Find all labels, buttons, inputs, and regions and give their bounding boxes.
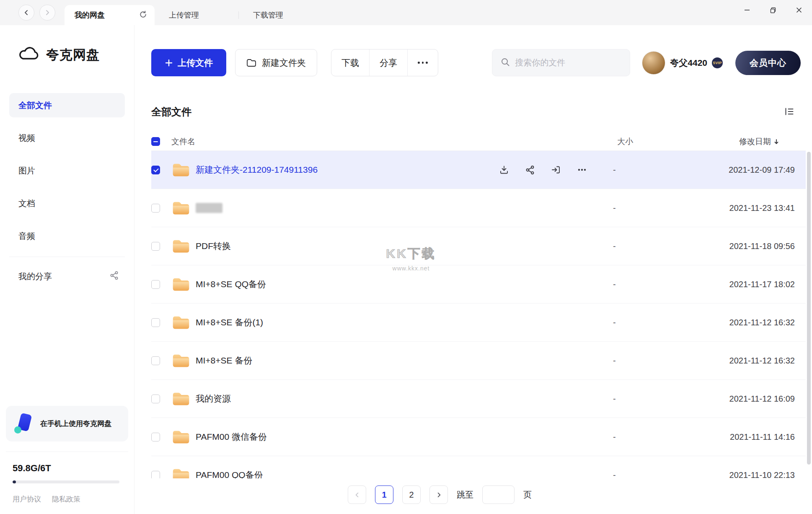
- download-button[interactable]: 下载: [331, 49, 369, 76]
- page-2-button[interactable]: 2: [402, 485, 421, 504]
- file-name[interactable]: PDF转换: [196, 240, 231, 252]
- tab-upload-manager[interactable]: 上传管理: [155, 5, 238, 25]
- folder-icon: [171, 428, 196, 445]
- column-modified[interactable]: 修改日期: [712, 136, 806, 147]
- table-header: 文件名 大小 修改日期: [151, 132, 806, 151]
- file-name[interactable]: MI+8+SE QQ备份: [196, 278, 266, 290]
- folder-icon: [171, 390, 196, 407]
- upload-file-button[interactable]: 上传文件: [151, 49, 226, 76]
- row-checkbox[interactable]: [151, 204, 160, 213]
- sidebar-item-docs[interactable]: 文档: [9, 191, 125, 215]
- file-row[interactable]: PAFM00 QQ备份 - 2021-11-10 22:13: [151, 456, 806, 478]
- avatar[interactable]: [642, 51, 665, 75]
- file-name[interactable]: 我的资源: [196, 393, 231, 405]
- sidebar: 夸克网盘 全部文件视频图片文档音频 我的分享 在手机上使用夸克网盘 59.8G/…: [0, 25, 134, 514]
- svip-badge: SVIP: [712, 57, 723, 68]
- file-size: -: [613, 394, 712, 404]
- forward-button[interactable]: [39, 5, 55, 21]
- file-name[interactable]: MI+8+SE 备份: [196, 355, 252, 366]
- prev-page-button[interactable]: [348, 485, 366, 504]
- jump-page-input[interactable]: [482, 485, 515, 504]
- row-checkbox[interactable]: [151, 318, 160, 327]
- my-shares-label: 我的分享: [18, 271, 52, 282]
- chevron-right-icon: [44, 10, 50, 16]
- next-page-button[interactable]: [429, 485, 448, 504]
- file-row[interactable]: PDF转换 - 2021-11-18 09:56: [151, 227, 806, 265]
- terms-link[interactable]: 用户协议: [13, 494, 41, 504]
- move-to-icon[interactable]: [551, 165, 561, 175]
- select-all-checkbox[interactable]: [151, 137, 160, 146]
- new-folder-button[interactable]: 新建文件夹: [235, 49, 317, 76]
- list-view-icon[interactable]: [784, 107, 794, 117]
- folder-icon: [171, 161, 196, 178]
- tab-my-drive[interactable]: 我的网盘: [65, 5, 155, 25]
- storage-bar: [13, 480, 119, 483]
- file-name[interactable]: 新建文件夹-211209-174911396: [196, 164, 318, 176]
- user-account[interactable]: 夸父4420 SVIP: [642, 51, 723, 75]
- mobile-promo[interactable]: 在手机上使用夸克网盘: [6, 406, 128, 441]
- search-input[interactable]: [515, 58, 621, 67]
- file-row[interactable]: 新建文件夹-211209-174911396 - 2021-12-09 17:4…: [151, 151, 806, 189]
- row-checkbox[interactable]: [151, 433, 160, 441]
- page-unit-label: 页: [523, 489, 532, 501]
- more-actions-button[interactable]: [407, 49, 438, 76]
- member-center-button[interactable]: 会员中心: [735, 51, 801, 75]
- more-icon[interactable]: [577, 165, 587, 175]
- sidebar-item-audio[interactable]: 音频: [9, 224, 125, 248]
- file-size: -: [613, 318, 712, 327]
- download-icon[interactable]: [499, 165, 509, 175]
- minimize-icon: [744, 7, 750, 13]
- maximize-button[interactable]: [766, 3, 780, 17]
- file-name[interactable]: [196, 203, 222, 213]
- share-icon[interactable]: [525, 165, 535, 175]
- row-checkbox[interactable]: [151, 356, 160, 365]
- sidebar-item-all-files[interactable]: 全部文件: [9, 93, 125, 117]
- row-checkbox[interactable]: [151, 166, 160, 174]
- column-size[interactable]: 大小: [613, 136, 712, 147]
- tab-bar: 我的网盘 上传管理 下载管理: [65, 0, 323, 25]
- page-1-button[interactable]: 1: [375, 485, 393, 504]
- file-row[interactable]: - 2021-11-23 13:41: [151, 189, 806, 227]
- file-row[interactable]: MI+8+SE 备份(1) - 2021-11-12 16:32: [151, 304, 806, 342]
- folder-icon: [171, 200, 196, 216]
- sidebar-item-my-shares[interactable]: 我的分享: [9, 264, 125, 288]
- file-size: -: [613, 165, 712, 175]
- row-checkbox[interactable]: [151, 280, 160, 289]
- file-name[interactable]: MI+8+SE 备份(1): [196, 317, 263, 328]
- folder-outline-icon: [246, 59, 256, 67]
- privacy-link[interactable]: 隐私政策: [52, 494, 80, 504]
- file-size: -: [613, 470, 712, 479]
- file-name[interactable]: PAFM00 微信备份: [196, 431, 267, 443]
- row-checkbox[interactable]: [151, 242, 160, 251]
- row-checkbox[interactable]: [151, 395, 160, 403]
- sidebar-item-videos[interactable]: 视频: [9, 126, 125, 150]
- row-checkbox[interactable]: [151, 471, 160, 479]
- promo-text: 在手机上使用夸克网盘: [40, 419, 111, 428]
- file-row[interactable]: MI+8+SE 备份 - 2021-11-12 16:32: [151, 342, 806, 380]
- file-modified: 2021-11-23 13:41: [712, 203, 806, 213]
- file-modified: 2021-12-09 17:49: [712, 165, 806, 175]
- file-row[interactable]: MI+8+SE QQ备份 - 2021-11-17 18:02: [151, 265, 806, 304]
- restore-icon: [770, 7, 776, 13]
- storage-info: 59.8G/6T: [0, 463, 134, 483]
- sidebar-item-images[interactable]: 图片: [9, 158, 125, 183]
- tab-label: 我的网盘: [75, 10, 105, 20]
- search-box[interactable]: [492, 49, 630, 76]
- more-icon: [418, 62, 428, 64]
- back-button[interactable]: [18, 5, 34, 21]
- file-modified: 2021-11-12 16:32: [712, 318, 806, 327]
- minimize-button[interactable]: [740, 3, 754, 17]
- tab-download-manager[interactable]: 下载管理: [239, 5, 323, 25]
- refresh-icon[interactable]: [139, 10, 147, 20]
- file-row[interactable]: PAFM00 微信备份 - 2021-11-11 14:16: [151, 418, 806, 456]
- vertical-scrollbar[interactable]: [807, 152, 811, 465]
- sidebar-divider: [9, 257, 125, 257]
- file-name[interactable]: PAFM00 QQ备份: [196, 469, 263, 478]
- cloud-logo-icon: [18, 46, 39, 64]
- close-button[interactable]: [792, 3, 806, 17]
- history-nav: [0, 0, 65, 25]
- share-button[interactable]: 分享: [369, 49, 407, 76]
- page-numbers: 12: [375, 485, 421, 504]
- sidebar-footer: 用户协议 隐私政策: [0, 483, 134, 514]
- file-row[interactable]: 我的资源 - 2021-11-12 16:09: [151, 380, 806, 418]
